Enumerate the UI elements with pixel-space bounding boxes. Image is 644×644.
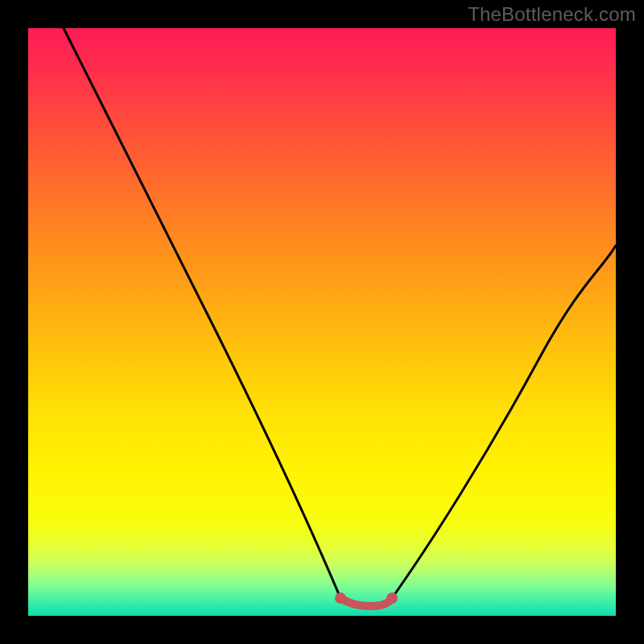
plot-area: [28, 28, 616, 616]
chart-frame: TheBottleneck.com: [0, 0, 644, 644]
valley-dot-right: [386, 592, 398, 604]
valley-dot-left: [335, 592, 346, 604]
curve-overlay: [28, 28, 616, 616]
left-curve: [64, 28, 341, 598]
watermark-text: TheBottleneck.com: [468, 3, 636, 26]
right-curve: [392, 246, 616, 598]
valley-segment: [341, 598, 392, 606]
